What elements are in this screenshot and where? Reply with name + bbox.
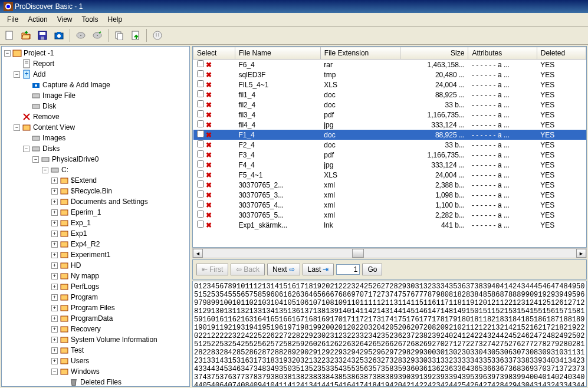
row-checkbox[interactable]	[197, 70, 204, 77]
tree-folder[interactable]: +Test	[51, 345, 188, 356]
row-checkbox[interactable]	[197, 170, 204, 177]
table-row[interactable]: ✖30370765_2...xml2,388 b...- - - - - - a…	[193, 180, 586, 190]
table-row[interactable]: ✖F5_4~1XLS24,004 ...- - - - - - a ...YES	[193, 170, 586, 180]
table-row[interactable]: ✖fil2_4doc33 b...- - - - - - a ...YES	[193, 100, 586, 110]
scroll-left-icon[interactable]: ◄	[193, 249, 203, 258]
stop-button[interactable]	[150, 28, 165, 42]
row-checkbox[interactable]	[197, 100, 204, 107]
table-row[interactable]: ✖F1_4doc88,925 ...- - - - - - a ...YES	[193, 130, 586, 140]
save-button[interactable]	[35, 28, 50, 42]
menu-file[interactable]: File	[2, 14, 23, 25]
menu-help[interactable]: Help	[103, 14, 127, 25]
menu-view[interactable]: View	[52, 14, 77, 25]
tree-disk[interactable]: Disk	[23, 101, 188, 111]
expand-icon[interactable]: +	[51, 241, 58, 248]
table-row[interactable]: ✖F4_4jpg333,124 ...- - - - - - a ...YES	[193, 160, 586, 170]
row-checkbox[interactable]	[197, 160, 204, 167]
expand-icon[interactable]: +	[51, 220, 58, 226]
menu-action[interactable]: Action	[23, 14, 52, 25]
expand-icon[interactable]: +	[51, 358, 58, 364]
export-button[interactable]	[129, 28, 143, 42]
back-button[interactable]: ⇦Back	[231, 264, 265, 275]
disk2-button[interactable]	[90, 28, 104, 42]
tree-physicaldrive[interactable]: −PhysicalDrive0 −C: +$Extend+$Recycle.Bi…	[32, 154, 188, 387]
tree-add[interactable]: −+Add Capture & Add Image Image File Dis…	[14, 69, 188, 111]
tree-remove[interactable]: Remove	[14, 111, 188, 122]
table-row[interactable]: ✖F3_4pdf1,166,735...- - - - - - a ...YES	[193, 150, 586, 160]
expand-icon[interactable]: +	[51, 262, 58, 269]
tree-deleted-files[interactable]: Deleted Files	[51, 377, 188, 387]
expand-icon[interactable]: +	[51, 315, 58, 322]
new-button[interactable]	[2, 28, 17, 42]
copy-button[interactable]	[112, 28, 126, 42]
horizontal-scrollbar[interactable]: ◄ ►	[192, 248, 587, 258]
tree-contentview[interactable]: −Content View Images −Disks −PhysicalDri…	[14, 122, 188, 387]
collapse-icon[interactable]: −	[14, 124, 20, 131]
tree-images[interactable]: Images	[23, 133, 188, 143]
expand-icon[interactable]: +	[51, 177, 58, 184]
tree-folder[interactable]: +Eperim_1	[51, 207, 188, 218]
disk1-button[interactable]	[74, 28, 88, 42]
expand-icon[interactable]: +	[51, 284, 58, 290]
tree-folder[interactable]: +Program Files	[51, 302, 188, 313]
tree-report[interactable]: Report	[14, 58, 188, 69]
go-button[interactable]: Go	[362, 264, 382, 275]
column-header[interactable]: Size	[400, 47, 468, 60]
expand-icon[interactable]: +	[51, 326, 58, 333]
tree-folder[interactable]: +System Volume Information	[51, 334, 188, 345]
tree-folder[interactable]: +ProgramData	[51, 313, 188, 324]
column-header[interactable]: Attributes	[468, 47, 537, 60]
table-row[interactable]: ✖sqlED3Ftmp20,480 ...- - - - - - a ...YE…	[193, 70, 586, 80]
table-row[interactable]: ✖FIL5_4~1XLS24,004 ...- - - - - - a ...Y…	[193, 80, 586, 90]
table-row[interactable]: ✖Exp1_skärmk...lnk441 b...- - - - - - a …	[193, 220, 586, 230]
tree-folder[interactable]: +Users	[51, 356, 188, 366]
row-checkbox[interactable]	[197, 110, 204, 117]
last-button[interactable]: Last⇥	[303, 264, 334, 275]
table-row[interactable]: ✖fil3_4pdf1,166,735...- - - - - - a ...Y…	[193, 110, 586, 120]
tree-folder[interactable]: +Ny mapp	[51, 271, 188, 281]
table-row[interactable]: ✖30370765_3...xml1,098 b...- - - - - - a…	[193, 190, 586, 200]
expand-icon[interactable]: +	[51, 199, 58, 205]
expand-icon[interactable]: +	[51, 337, 58, 343]
collapse-icon[interactable]: −	[4, 50, 11, 57]
tree-folder[interactable]: +HD	[51, 260, 188, 271]
collapse-icon[interactable]: −	[42, 167, 48, 173]
column-header[interactable]: Select	[193, 47, 235, 60]
row-checkbox[interactable]	[197, 190, 204, 198]
table-row[interactable]: ✖30370765_4...xml1,100 b...- - - - - - a…	[193, 200, 586, 210]
expand-icon[interactable]: −	[51, 369, 58, 375]
open-button[interactable]	[19, 28, 33, 42]
page-input[interactable]	[336, 264, 360, 275]
column-header[interactable]: File Name	[235, 47, 320, 60]
tree-folder[interactable]: +Exp1	[51, 228, 188, 239]
row-checkbox[interactable]	[197, 80, 204, 87]
tree-folder[interactable]: +Documents and Settings	[51, 196, 188, 207]
tree-folder[interactable]: +$Recycle.Bin	[51, 186, 188, 196]
expand-icon[interactable]: +	[51, 209, 58, 216]
row-checkbox[interactable]	[197, 150, 204, 157]
row-checkbox[interactable]	[197, 130, 204, 137]
row-checkbox[interactable]	[197, 200, 204, 208]
expand-icon[interactable]: +	[51, 347, 58, 354]
scroll-thumb[interactable]	[352, 249, 364, 258]
row-checkbox[interactable]	[197, 180, 204, 188]
row-checkbox[interactable]	[197, 90, 204, 97]
row-checkbox[interactable]	[197, 60, 204, 67]
collapse-icon[interactable]: −	[23, 146, 29, 152]
expand-icon[interactable]: +	[51, 273, 58, 280]
tree-disks[interactable]: −Disks −PhysicalDrive0 −C: +$Extend+$Rec…	[23, 143, 188, 387]
next-button[interactable]: Next⇨	[267, 264, 300, 275]
expand-icon[interactable]: +	[51, 188, 58, 195]
column-header[interactable]: File Extension	[320, 47, 400, 60]
row-checkbox[interactable]	[197, 211, 204, 218]
table-row[interactable]: ✖30370765_5...xml2,282 b...- - - - - - a…	[193, 210, 586, 220]
row-checkbox[interactable]	[197, 221, 204, 228]
expand-icon[interactable]: +	[51, 252, 58, 258]
tree-imagefile[interactable]: Image File	[23, 90, 188, 101]
row-checkbox[interactable]	[197, 140, 204, 147]
collapse-icon[interactable]: −	[32, 156, 39, 163]
row-checkbox[interactable]	[197, 120, 204, 127]
capture-button[interactable]	[52, 28, 66, 42]
tree-folder[interactable]: +Exp4_R2	[51, 239, 188, 249]
collapse-icon[interactable]: −	[14, 71, 20, 78]
